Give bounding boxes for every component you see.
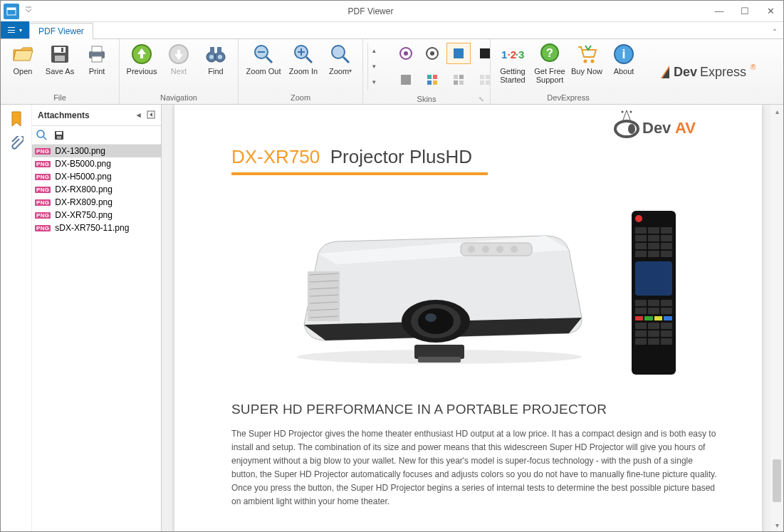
svg-rect-37 [454,75,458,79]
svg-rect-40 [459,80,464,85]
gallery-down-button[interactable]: ▾ [367,58,380,74]
skin-option[interactable] [420,69,444,90]
attachment-item[interactable]: PNGDX-H5000.png [32,170,161,183]
pdf-page: Dev AV DX-XR750 Projector PlusHD [174,105,762,531]
zoom-out-icon [252,43,275,66]
png-badge-icon: PNG [35,187,51,193]
gallery-more-button[interactable]: ▾ [367,74,380,90]
qat-dropdown[interactable] [25,6,35,16]
svg-rect-1 [7,8,16,10]
arrow-up-icon [130,43,153,66]
zoom-out-button[interactable]: Zoom Out [243,41,284,92]
devav-logo: Dev AV [612,109,719,140]
attachment-filename: sDX-XR750-11.png [55,223,129,233]
svg-rect-31 [480,48,490,58]
svg-rect-7 [92,46,102,52]
svg-point-85 [468,246,475,253]
attachment-item[interactable]: PNGDX-XR750.png [32,209,161,221]
print-button[interactable]: Print [79,41,115,92]
devexpress-logo: Dev Express ® [659,39,783,104]
svg-rect-36 [433,80,437,85]
attachment-item[interactable]: PNGDX-B5000.png [32,157,161,170]
svg-point-50 [584,60,587,63]
svg-point-66 [630,111,632,113]
attachment-item[interactable]: PNGDX-RX800.png [32,183,161,196]
ribbon-collapse-button[interactable]: ˆ [766,28,783,38]
magnifier-icon [329,43,352,66]
close-button[interactable]: ✕ [758,1,783,22]
skins-gallery[interactable]: ▴ ▾ ▾ [367,41,486,93]
svg-point-65 [622,111,624,113]
zoom-in-button[interactable]: Zoom In [286,41,321,92]
scroll-track[interactable] [770,118,783,518]
bookmarks-icon[interactable] [8,110,25,127]
dialog-launcher-icon[interactable]: ⤡ [479,95,484,103]
minimize-button[interactable]: — [706,1,732,22]
svg-point-16 [218,55,222,59]
skin-option[interactable] [420,43,444,64]
open-attachment-button[interactable] [36,130,48,141]
projector-image [276,218,603,367]
svg-text:·3: ·3 [516,48,524,61]
group-file: Open Save As Print File [1,39,120,104]
svg-point-88 [511,246,518,253]
panel-collapse-button[interactable]: ◂ [137,110,141,120]
svg-point-51 [591,60,595,63]
open-button[interactable]: Open [5,41,41,92]
attachment-item[interactable]: PNGDX-RX809.png [32,196,161,209]
attachment-item[interactable]: PNGsDX-XR750-11.png [32,221,161,234]
svg-rect-42 [486,75,490,79]
remote-image [632,211,676,375]
save-icon [48,43,71,66]
png-badge-icon: PNG [35,174,51,180]
skin-option[interactable] [394,43,418,64]
get-support-button[interactable]: ? Get Free Support [532,41,568,92]
document-viewer[interactable]: Dev AV DX-XR750 Projector PlusHD [162,105,783,531]
svg-text:i: i [622,47,625,61]
previous-button[interactable]: Previous [124,41,160,92]
gallery-up-button[interactable]: ▴ [367,43,380,58]
maximize-button[interactable]: ☐ [732,1,758,22]
zoom-button[interactable]: Zoom▾ [323,41,358,92]
arrow-down-icon [167,43,190,66]
svg-rect-61 [56,132,62,135]
attachment-item[interactable]: PNGDX-1300.png [32,145,161,157]
svg-point-87 [496,246,503,253]
scroll-up-icon[interactable]: ▴ [770,105,783,118]
attachments-panel: Attachments ◂ PNGDX-1300.pngPNGDX-B5000.… [32,105,162,531]
binoculars-icon [204,43,227,66]
getting-started-button[interactable]: 1·2·3 Getting Started [495,41,530,92]
dropdown-arrow-icon: ▾ [349,67,352,75]
scroll-down-icon[interactable]: ▾ [770,518,783,531]
tab-pdf-viewer[interactable]: PDF Viewer [29,23,93,39]
svg-rect-38 [459,75,464,79]
svg-point-83 [425,313,437,322]
attachments-icon[interactable] [8,135,25,152]
svg-rect-35 [427,80,432,85]
app-icon [4,4,19,19]
attachments-header: Attachments ◂ [32,105,161,126]
panel-menu-button[interactable] [147,110,155,120]
vertical-scrollbar[interactable]: ▴ ▾ [770,105,783,531]
buy-now-button[interactable]: Buy Now [569,41,605,92]
png-badge-icon: PNG [35,199,51,206]
skin-option[interactable] [394,69,418,90]
save-as-button[interactable]: Save As [42,41,78,92]
find-button[interactable]: Find [198,41,234,92]
scroll-thumb[interactable] [773,459,781,502]
group-label-zoom: Zoom [243,92,358,104]
svg-text:Express: Express [700,65,746,79]
skin-option-selected[interactable] [446,43,471,64]
group-skins: ▴ ▾ ▾ Skins⤡ [363,39,491,104]
file-menu-tab[interactable]: ▾ [1,21,29,38]
save-attachment-button[interactable] [53,130,65,141]
print-icon [85,43,108,66]
zoom-in-icon [292,43,315,66]
group-label-navigation: Navigation [124,92,234,104]
svg-rect-3 [54,47,66,53]
svg-point-15 [209,55,214,59]
next-button[interactable]: Next [161,41,197,92]
svg-text:Dev: Dev [674,65,697,79]
about-button[interactable]: i About [606,41,642,92]
skin-option[interactable] [446,69,471,90]
